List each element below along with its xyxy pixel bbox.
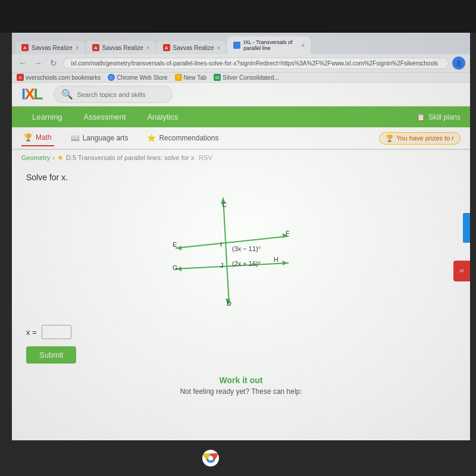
prize-label: You have prizes to r (396, 134, 454, 142)
svg-marker-4 (177, 246, 181, 250)
language-icon: 📖 (71, 134, 80, 142)
nav-right: 📋 Skill plans (416, 113, 461, 121)
ixl-nav: Learning Assessment Analytics 📋 Skill pl… (12, 107, 470, 127)
search-icon: 🔍 (61, 89, 73, 100)
nav-item-analytics[interactable]: Analytics (136, 107, 189, 127)
svg-line-0 (223, 198, 229, 305)
reload-button[interactable]: ↻ (48, 57, 60, 69)
geometry-diagram: C E I F G J H D (3x − 11)° (2x + 16)° (158, 192, 324, 311)
bookmark-3-label: New Tab (184, 74, 207, 81)
tab-3[interactable]: A Savvas Realize × (157, 41, 227, 54)
tab-3-favicon: A (163, 44, 170, 51)
recommendations-icon: ⭐ (147, 134, 156, 142)
svg-text:H: H (274, 256, 278, 263)
star-icon: ★ (57, 154, 64, 162)
bookmark-3[interactable]: T New Tab (175, 74, 207, 81)
submit-button[interactable]: Submit (26, 346, 76, 364)
laptop-bottom-base (0, 440, 476, 476)
ixl-header: IXL 🔍 (12, 83, 470, 107)
svg-point-21 (208, 456, 213, 461)
work-it-out-section: Work it out Not feeling ready yet? These… (26, 375, 456, 396)
tab-1-favicon: A (21, 44, 29, 51)
svg-text:E: E (173, 241, 177, 248)
subnav-math-label: Math (36, 133, 52, 142)
tab-2-close[interactable]: × (146, 45, 150, 51)
math-icon: 🏆 (24, 133, 33, 142)
bookmark-2-label: Chrome Web Store (117, 74, 167, 81)
bookmark-3-icon: T (175, 74, 182, 81)
tab-3-close[interactable]: × (217, 45, 220, 51)
subnav-language[interactable]: 📖 Language arts (68, 130, 131, 146)
breadcrumb-current: D.5 Transversals of parallel lines: solv… (66, 154, 194, 161)
answer-section: x = (26, 325, 456, 339)
browser-window: A Savvas Realize × A Savvas Realize × A … (12, 33, 470, 440)
prize-badge[interactable]: 🏆 You have prizes to r (379, 132, 461, 145)
nav-analytics-label: Analytics (147, 112, 178, 121)
forward-button[interactable]: → (32, 57, 44, 69)
tab-4-favicon (233, 42, 240, 49)
svg-text:(3x − 11)°: (3x − 11)° (232, 245, 261, 252)
tab-1[interactable]: A Savvas Realize × (15, 41, 85, 54)
skill-plans-link[interactable]: 📋 Skill plans (416, 113, 461, 121)
bookmark-4-icon: M (214, 74, 221, 81)
side-btn-red[interactable]: S (453, 261, 470, 281)
tab-2[interactable]: A Savvas Realize × (86, 41, 156, 54)
svg-text:G: G (173, 264, 178, 271)
tab-2-label: Savvas Realize (102, 45, 143, 51)
main-content: Solve for x. (12, 165, 470, 440)
answer-label: x = (26, 328, 37, 337)
prize-icon: 🏆 (386, 134, 394, 142)
chrome-icon (202, 450, 219, 466)
svg-text:(2x + 16)°: (2x + 16)° (232, 260, 261, 267)
problem-title: Solve for x. (26, 173, 456, 182)
answer-input[interactable] (42, 325, 71, 339)
search-input[interactable] (77, 91, 165, 98)
subnav-recommendations-label: Recommendations (159, 134, 218, 142)
skill-plans-label: Skill plans (428, 113, 461, 121)
profile-icon[interactable]: 👤 (452, 57, 465, 70)
nav-item-learning[interactable]: Learning (21, 107, 73, 127)
svg-marker-5 (283, 261, 287, 265)
subnav-math[interactable]: 🏆 Math (21, 130, 54, 146)
svg-text:J: J (220, 262, 224, 269)
breadcrumb: Geometry › ★ D.5 Transversals of paralle… (12, 150, 470, 165)
breadcrumb-parent[interactable]: Geometry (21, 154, 50, 161)
subnav-language-label: Language arts (83, 134, 129, 142)
work-it-out-title[interactable]: Work it out (26, 375, 456, 385)
diagram-container: C E I F G J H D (3x − 11)° (2x + 16)° (158, 192, 324, 311)
laptop-top-bezel (0, 0, 476, 33)
tab-4-close[interactable]: × (301, 42, 305, 49)
search-bar[interactable]: 🔍 (54, 86, 173, 103)
ixl-logo: IXL (21, 85, 42, 104)
ixl-subnav: 🏆 Math 📖 Language arts ⭐ Recommendations… (12, 127, 470, 150)
tab-bar: A Savvas Realize × A Savvas Realize × A … (12, 33, 470, 54)
tab-1-label: Savvas Realize (32, 45, 73, 51)
side-btn-blue[interactable] (463, 213, 470, 243)
tab-4[interactable]: IXL - Transversals of parallel line × (227, 36, 311, 54)
nav-item-assessment[interactable]: Assessment (73, 107, 137, 127)
address-input[interactable] (63, 58, 449, 69)
bookmark-2-icon: C (108, 74, 115, 81)
bookmark-1-icon: A (17, 74, 24, 81)
tab-4-label: IXL - Transversals of parallel line (243, 39, 298, 51)
bookmark-1-label: vverschools.com bookmarks (26, 74, 101, 81)
bookmark-1[interactable]: A vverschools.com bookmarks (17, 74, 101, 81)
work-it-out-subtitle: Not feeling ready yet? These can help: (26, 387, 456, 396)
svg-text:I: I (220, 241, 222, 248)
nav-assessment-label: Assessment (84, 112, 126, 121)
skill-plans-icon: 📋 (416, 113, 425, 121)
svg-text:D: D (227, 300, 231, 307)
bookmark-4[interactable]: M Silver Consolidated... (214, 74, 279, 81)
tab-2-favicon: A (92, 44, 99, 51)
breadcrumb-suffix: RSV (199, 154, 212, 161)
tab-3-label: Savvas Realize (173, 45, 214, 51)
subnav-recommendations[interactable]: ⭐ Recommendations (145, 130, 221, 146)
nav-learning-label: Learning (32, 112, 62, 121)
bookmark-2[interactable]: C Chrome Web Store (108, 74, 167, 81)
address-bar-row: ← → ↻ 👤 (12, 54, 470, 73)
bookmark-4-label: Silver Consolidated... (223, 74, 279, 81)
svg-text:F: F (286, 230, 290, 237)
ixl-site: IXL 🔍 Learning Assessment Analytics 📋 Sk… (12, 83, 470, 440)
back-button[interactable]: ← (17, 57, 29, 69)
tab-1-close[interactable]: × (76, 45, 79, 51)
